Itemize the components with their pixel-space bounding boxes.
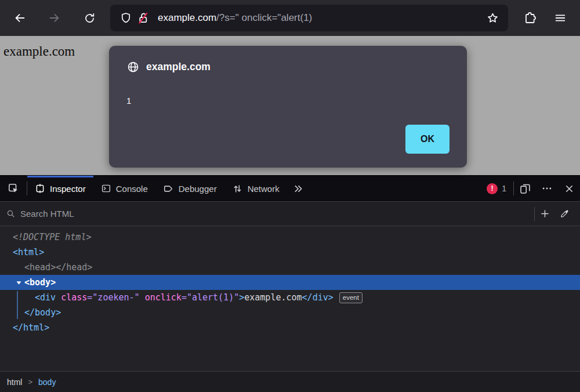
menu-button[interactable] (550, 8, 571, 28)
ok-button[interactable]: OK (405, 125, 449, 154)
body-close-tag: </body> (24, 307, 61, 318)
puzzle-piece-icon (523, 11, 537, 25)
tab-inspector[interactable]: Inspector (27, 176, 93, 201)
attr-name-class: class (56, 292, 87, 303)
forward-arrow-icon (48, 12, 61, 24)
markup-line-body-close[interactable]: </body> (0, 305, 580, 320)
tab-label: Debugger (179, 184, 217, 194)
network-arrows-icon (232, 183, 243, 194)
markup-search-bar (0, 202, 580, 226)
forward-button[interactable] (44, 8, 65, 28)
node-picker-icon (8, 183, 20, 195)
extensions-button[interactable] (520, 8, 541, 28)
attr-value-class: ="zoeken-" (87, 292, 139, 303)
breadcrumb-bar: html > body (0, 371, 580, 392)
debugger-icon (163, 183, 174, 194)
expand-arrow-icon[interactable] (13, 280, 24, 286)
alert-message: 1 (126, 96, 449, 106)
node-picker-button[interactable] (0, 176, 27, 201)
head-tags: <head></head> (24, 262, 92, 273)
url-bar[interactable]: example.com/?s=" onclick="alert(1) (110, 5, 508, 31)
back-arrow-icon (13, 12, 26, 24)
globe-icon (126, 60, 140, 74)
more-tabs-button[interactable] (287, 176, 310, 201)
error-count: 1 (502, 184, 506, 193)
add-node-button[interactable] (535, 202, 554, 226)
devtools-menu-button[interactable] (536, 176, 558, 201)
insecure-lock-icon[interactable] (135, 9, 152, 27)
markup-line-div[interactable]: <div class="zoeken-" onclick="alert(1)">… (0, 290, 580, 305)
doctype-token: <!DOCTYPE html> (13, 232, 91, 242)
error-icon: ! (487, 183, 498, 194)
chevron-right-icon: > (28, 378, 32, 386)
url-domain: example.com (158, 12, 216, 23)
console-icon (101, 183, 111, 194)
shield-icon[interactable] (117, 9, 135, 27)
plus-icon (539, 208, 550, 219)
reload-button[interactable] (79, 8, 100, 28)
event-badge[interactable]: event (339, 292, 362, 303)
attr-name-onclick: onclick (140, 292, 182, 303)
markup-line-html-close[interactable]: </html> (0, 320, 580, 335)
tab-label: Network (248, 184, 280, 194)
div-bracket-close: > (239, 292, 244, 303)
devtools-panel: Inspector Console Debugger Network ! 1 (0, 175, 580, 392)
search-html-input[interactable] (20, 209, 534, 219)
bookmark-star-icon[interactable] (484, 9, 501, 27)
markup-line-doctype[interactable]: <!DOCTYPE html> (0, 230, 580, 245)
firefox-window: example.com/?s=" onclick="alert(1) examp… (0, 0, 580, 392)
html-close-tag: </html> (13, 322, 49, 333)
tab-console[interactable]: Console (93, 176, 155, 201)
page-body-text[interactable]: example.com (3, 44, 75, 59)
close-devtools-button[interactable] (558, 176, 580, 201)
html-open-tag: <html> (13, 247, 44, 257)
tab-label: Inspector (50, 184, 86, 194)
alert-dialog: example.com 1 OK (109, 46, 467, 168)
inspector-icon (35, 183, 45, 194)
page-content: example.com example.com 1 OK (0, 36, 580, 175)
hamburger-menu-icon (554, 12, 567, 24)
reload-icon (84, 12, 96, 24)
tab-label: Console (116, 184, 148, 194)
responsive-mode-icon (519, 183, 531, 195)
alert-origin: example.com (146, 61, 211, 73)
attr-value-onclick: ="alert(1)" (182, 292, 239, 303)
body-open-tag: <body> (24, 275, 56, 290)
markup-line-html-open[interactable]: <html> (0, 245, 580, 260)
tab-network[interactable]: Network (224, 176, 287, 201)
back-button[interactable] (9, 8, 30, 28)
eyedropper-icon (559, 209, 570, 219)
url-text: example.com/?s=" onclick="alert(1) (158, 12, 484, 24)
close-icon (564, 183, 575, 194)
alert-dialog-header: example.com (126, 60, 449, 74)
devtools-toolbar: Inspector Console Debugger Network ! 1 (0, 176, 580, 202)
div-text: example.com (244, 292, 302, 303)
error-badge[interactable]: ! 1 (487, 183, 506, 194)
responsive-mode-button[interactable] (514, 176, 536, 201)
eyedropper-button[interactable] (554, 202, 574, 226)
breadcrumb-item-body[interactable]: body (38, 378, 56, 387)
browser-toolbar: example.com/?s=" onclick="alert(1) (0, 0, 580, 36)
meatball-menu-icon (541, 183, 553, 194)
tab-debugger[interactable]: Debugger (155, 176, 224, 201)
div-open-tag: <div (35, 292, 56, 303)
div-end-tag: </div> (302, 292, 334, 303)
breadcrumb-item-html[interactable]: html (7, 378, 22, 387)
markup-line-head[interactable]: <head></head> (0, 260, 580, 275)
search-icon (6, 209, 16, 219)
markup-view: <!DOCTYPE html> <html> <head></head> <bo… (0, 226, 580, 371)
double-chevron-icon (293, 183, 304, 194)
url-path: /?s=" onclick="alert(1) (216, 12, 312, 23)
indent-guide (17, 291, 18, 319)
markup-line-body-selected[interactable]: <body> (0, 275, 580, 290)
